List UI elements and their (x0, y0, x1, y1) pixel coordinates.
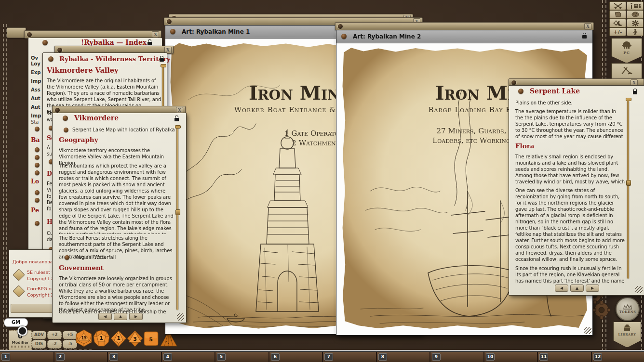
index-bullet-orb[interactable] (35, 155, 40, 160)
vikmordere-bullet-orb[interactable] (65, 255, 69, 260)
index-bullet-orb[interactable] (35, 221, 40, 226)
lock-icon[interactable] (582, 35, 587, 39)
index-item[interactable]: Imp (31, 78, 41, 84)
hotbar: 1 2 3 4 5 6 7 8 9 10 11 12 (0, 352, 644, 362)
lock-icon[interactable] (174, 118, 179, 121)
hotbar-slot-number: 6 (271, 353, 280, 361)
clipped-line: Vi (47, 187, 51, 193)
resize-grip[interactable] (177, 313, 184, 321)
index-record-orb[interactable] (42, 40, 48, 45)
wilderness-record-orb[interactable] (48, 56, 54, 62)
resize-grip[interactable] (635, 286, 643, 293)
svg-text:Loaders, etc Working: Loaders, etc Working (432, 136, 510, 145)
hotbar-slot[interactable]: 7 (323, 352, 377, 362)
lock-icon[interactable] (148, 42, 152, 45)
index-item[interactable]: Imp (31, 113, 41, 118)
hotbar-slot[interactable]: 9 (430, 352, 484, 362)
mine2-titlebar[interactable]: Art: Rybalkan Mine 2 (336, 30, 592, 43)
close-icon[interactable]: X (584, 23, 591, 30)
tokens-label: TOKENS (619, 310, 636, 314)
page-up-button[interactable]: ▲ (570, 284, 584, 292)
index-item[interactable]: Exp (31, 70, 40, 75)
plus2-button[interactable]: +2 (47, 331, 62, 339)
vikmordere-title: Vikmordere (74, 114, 119, 122)
index-item[interactable]: Loy (31, 61, 40, 66)
sidebar-button-modifiers[interactable]: +/- (609, 27, 626, 36)
hotbar-slot[interactable]: 8 (377, 352, 430, 362)
lock-icon[interactable] (633, 91, 637, 94)
mine1-record-orb[interactable] (170, 29, 175, 34)
window-knob[interactable] (166, 19, 172, 25)
lock-icon[interactable] (160, 58, 164, 62)
page-prev-button[interactable]: ◀ (98, 313, 112, 320)
dis-button[interactable]: DIS (32, 340, 46, 349)
hotbar-slot[interactable]: 2 (54, 352, 108, 362)
sidebar-button-combat[interactable] (609, 1, 626, 10)
hotbar-slot-number: 5 (217, 353, 226, 361)
page-next-button[interactable]: ▶ (129, 313, 143, 320)
hotbar-slot[interactable]: 3 (108, 352, 162, 362)
hotbar-slot[interactable]: 4 (162, 352, 215, 362)
index-bullet-orb[interactable] (35, 190, 40, 195)
sidebar-button-options[interactable] (627, 19, 644, 27)
pc-shield-label: PC (623, 50, 630, 55)
vikmordere-record-orb[interactable] (63, 116, 68, 121)
mine2-record-orb[interactable] (341, 34, 347, 39)
sidebar-tokens-medallion[interactable]: TOKENS (616, 297, 640, 321)
hotbar-slot-number: 10 (486, 353, 495, 361)
page-prev-button[interactable]: ◀ (555, 284, 568, 292)
index-item[interactable]: Ov (31, 55, 38, 61)
die-d10[interactable]: 1 (110, 330, 127, 347)
resize-grip[interactable] (584, 327, 591, 334)
sidebar-button-tokens[interactable] (627, 10, 644, 19)
stitch-left-inner (6, 24, 7, 356)
page-up-button[interactable]: ▲ (114, 313, 127, 320)
sidebar-button-party[interactable] (627, 1, 644, 10)
hotbar-slot-number: 11 (539, 353, 548, 361)
hotbar-slot[interactable]: 10 (484, 352, 538, 362)
window-knob[interactable] (337, 24, 343, 29)
vikmordere-bullet-text[interactable]: Serpent Lake Map with location of Rybalk… (72, 127, 175, 132)
wilderness-heading: Vikmordere Valley (47, 66, 118, 74)
die-d6[interactable]: 5 (144, 331, 159, 346)
modifier-target-icon[interactable] (17, 326, 27, 336)
mine1-title: Art: Rybalkan Mine 1 (182, 28, 250, 35)
sidebar-button-calendar[interactable] (609, 19, 626, 27)
scroll-rod[interactable] (627, 100, 629, 279)
sidebar-button-character[interactable] (627, 27, 644, 36)
hotbar-slot[interactable]: 5 (215, 352, 269, 362)
options-gear-icon (632, 20, 639, 26)
hotbar-slot[interactable]: 11 (538, 352, 592, 362)
hotbar-slot[interactable]: 12 (592, 352, 644, 362)
serpent-paragraph: One can see the diverse states of recolo… (515, 187, 625, 263)
mine2-dragbar[interactable]: X (335, 22, 594, 30)
index-item[interactable]: Aut (31, 96, 40, 101)
adv-button[interactable]: ADV (32, 331, 46, 339)
index-item[interactable]: Sta (31, 119, 39, 125)
vikmordere-paragraph: The Vikmordere are loosely organized in … (59, 275, 174, 313)
hotbar-slot[interactable]: 1 (0, 352, 54, 362)
close-icon[interactable]: X (152, 31, 159, 38)
vikmordere-bullet-text[interactable]: Magical Waterfall (74, 255, 116, 260)
hotbar-slot-number: 2 (56, 353, 65, 361)
index-bullet-orb[interactable] (35, 198, 40, 203)
scroll-rod[interactable] (176, 127, 178, 310)
index-bullet-orb[interactable] (35, 163, 40, 168)
sidebar-button-notes[interactable] (609, 10, 626, 19)
window-knob[interactable] (27, 32, 32, 38)
index-item[interactable]: Aut (31, 104, 40, 110)
die-d8[interactable]: 3 (127, 330, 143, 347)
vikmordere-paragraph: The mountains which protect the valley a… (59, 163, 174, 234)
die-d12[interactable]: 1 (93, 330, 110, 347)
index-bullet-orb[interactable] (35, 147, 40, 152)
minus2-button[interactable]: -2 (47, 340, 62, 349)
serpent-record-orb[interactable] (518, 89, 523, 94)
index-bullet-orb[interactable] (35, 170, 40, 175)
window-serpent-lake: X Serpent Lake Plains on the other side.… (509, 78, 644, 295)
vikmordere-bullet-orb[interactable] (64, 128, 68, 132)
die-d20[interactable]: 15 (75, 329, 93, 347)
index-item[interactable]: Ass (31, 87, 40, 92)
hotbar-slot[interactable]: 6 (269, 352, 323, 362)
page-next-button[interactable]: ▶ (586, 284, 599, 292)
index-bullet-orb[interactable] (35, 127, 40, 131)
